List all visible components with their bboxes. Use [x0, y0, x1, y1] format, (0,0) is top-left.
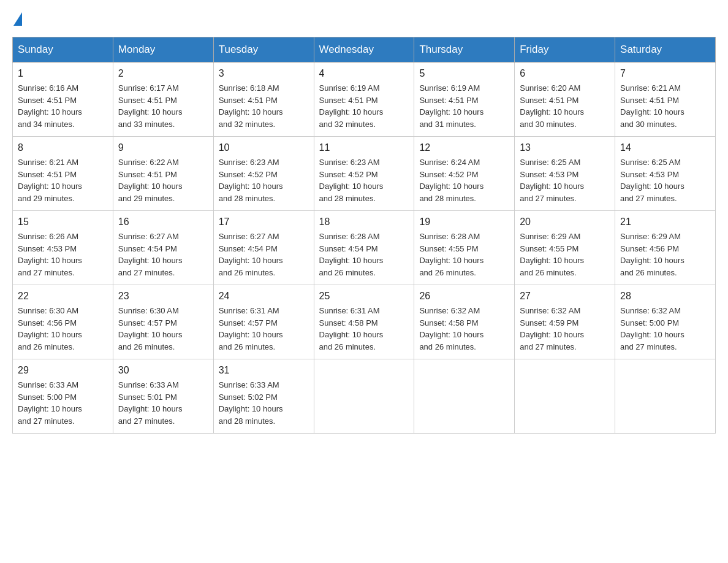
day-number: 9 — [118, 140, 208, 155]
calendar-cell: 21 Sunrise: 6:29 AM Sunset: 4:56 PM Dayl… — [615, 211, 716, 285]
calendar-cell: 16 Sunrise: 6:27 AM Sunset: 4:54 PM Dayl… — [113, 211, 213, 285]
day-number: 22 — [18, 289, 108, 304]
weekday-header-wednesday: Wednesday — [314, 37, 414, 63]
weekday-header-tuesday: Tuesday — [213, 37, 314, 63]
calendar-cell: 24 Sunrise: 6:31 AM Sunset: 4:57 PM Dayl… — [213, 285, 314, 359]
day-number: 25 — [319, 289, 409, 304]
day-number: 29 — [18, 363, 108, 378]
calendar-cell: 27 Sunrise: 6:32 AM Sunset: 4:59 PM Dayl… — [515, 285, 615, 359]
day-info: Sunrise: 6:28 AM Sunset: 4:54 PM Dayligh… — [319, 232, 384, 277]
day-number: 12 — [419, 140, 509, 155]
day-info: Sunrise: 6:32 AM Sunset: 4:58 PM Dayligh… — [419, 306, 483, 351]
calendar-cell — [414, 359, 515, 434]
day-number: 13 — [520, 140, 610, 155]
calendar-cell — [615, 359, 716, 434]
day-info: Sunrise: 6:32 AM Sunset: 5:00 PM Dayligh… — [620, 306, 684, 351]
calendar-cell: 5 Sunrise: 6:19 AM Sunset: 4:51 PM Dayli… — [414, 63, 515, 137]
page-header — [12, 12, 716, 25]
day-number: 5 — [419, 66, 509, 81]
day-info: Sunrise: 6:16 AM Sunset: 4:51 PM Dayligh… — [18, 83, 82, 129]
day-info: Sunrise: 6:25 AM Sunset: 4:53 PM Dayligh… — [520, 158, 584, 203]
day-number: 4 — [319, 66, 409, 81]
day-info: Sunrise: 6:23 AM Sunset: 4:52 PM Dayligh… — [319, 158, 384, 203]
day-number: 19 — [419, 215, 509, 229]
calendar-cell: 31 Sunrise: 6:33 AM Sunset: 5:02 PM Dayl… — [213, 359, 314, 434]
calendar-cell: 7 Sunrise: 6:21 AM Sunset: 4:51 PM Dayli… — [615, 63, 716, 137]
calendar-cell: 4 Sunrise: 6:19 AM Sunset: 4:51 PM Dayli… — [314, 63, 414, 137]
calendar-cell: 9 Sunrise: 6:22 AM Sunset: 4:51 PM Dayli… — [113, 137, 213, 211]
calendar-week-row: 1 Sunrise: 6:16 AM Sunset: 4:51 PM Dayli… — [13, 63, 716, 137]
day-number: 17 — [219, 215, 309, 229]
day-number: 18 — [319, 215, 409, 229]
calendar-table: SundayMondayTuesdayWednesdayThursdayFrid… — [12, 37, 716, 434]
day-info: Sunrise: 6:30 AM Sunset: 4:56 PM Dayligh… — [18, 306, 82, 351]
day-info: Sunrise: 6:31 AM Sunset: 4:58 PM Dayligh… — [319, 306, 384, 351]
calendar-cell: 8 Sunrise: 6:21 AM Sunset: 4:51 PM Dayli… — [13, 137, 113, 211]
calendar-cell: 26 Sunrise: 6:32 AM Sunset: 4:58 PM Dayl… — [414, 285, 515, 359]
weekday-header-friday: Friday — [515, 37, 615, 63]
day-info: Sunrise: 6:18 AM Sunset: 4:51 PM Dayligh… — [219, 83, 283, 129]
calendar-cell: 14 Sunrise: 6:25 AM Sunset: 4:53 PM Dayl… — [615, 137, 716, 211]
day-info: Sunrise: 6:21 AM Sunset: 4:51 PM Dayligh… — [620, 83, 684, 129]
day-info: Sunrise: 6:29 AM Sunset: 4:56 PM Dayligh… — [620, 232, 684, 277]
day-info: Sunrise: 6:30 AM Sunset: 4:57 PM Dayligh… — [118, 306, 183, 351]
day-info: Sunrise: 6:21 AM Sunset: 4:51 PM Dayligh… — [18, 158, 82, 203]
day-number: 30 — [118, 363, 208, 378]
calendar-cell: 25 Sunrise: 6:31 AM Sunset: 4:58 PM Dayl… — [314, 285, 414, 359]
day-number: 2 — [118, 66, 208, 81]
calendar-cell: 12 Sunrise: 6:24 AM Sunset: 4:52 PM Dayl… — [414, 137, 515, 211]
day-number: 1 — [18, 66, 108, 81]
day-info: Sunrise: 6:22 AM Sunset: 4:51 PM Dayligh… — [118, 158, 183, 203]
day-number: 6 — [520, 66, 610, 81]
day-info: Sunrise: 6:33 AM Sunset: 5:01 PM Dayligh… — [118, 380, 183, 426]
calendar-cell: 2 Sunrise: 6:17 AM Sunset: 4:51 PM Dayli… — [113, 63, 213, 137]
calendar-cell: 17 Sunrise: 6:27 AM Sunset: 4:54 PM Dayl… — [213, 211, 314, 285]
day-number: 16 — [118, 215, 208, 229]
weekday-header-sunday: Sunday — [13, 37, 113, 63]
day-number: 10 — [219, 140, 309, 155]
calendar-cell: 1 Sunrise: 6:16 AM Sunset: 4:51 PM Dayli… — [13, 63, 113, 137]
calendar-cell: 3 Sunrise: 6:18 AM Sunset: 4:51 PM Dayli… — [213, 63, 314, 137]
day-info: Sunrise: 6:31 AM Sunset: 4:57 PM Dayligh… — [219, 306, 283, 351]
calendar-week-row: 15 Sunrise: 6:26 AM Sunset: 4:53 PM Dayl… — [13, 211, 716, 285]
day-info: Sunrise: 6:20 AM Sunset: 4:51 PM Dayligh… — [520, 83, 584, 129]
day-number: 28 — [620, 289, 710, 304]
calendar-week-row: 8 Sunrise: 6:21 AM Sunset: 4:51 PM Dayli… — [13, 137, 716, 211]
logo-triangle-icon — [13, 12, 22, 26]
calendar-cell: 19 Sunrise: 6:28 AM Sunset: 4:55 PM Dayl… — [414, 211, 515, 285]
day-info: Sunrise: 6:24 AM Sunset: 4:52 PM Dayligh… — [419, 158, 483, 203]
weekday-header-monday: Monday — [113, 37, 213, 63]
calendar-cell: 30 Sunrise: 6:33 AM Sunset: 5:01 PM Dayl… — [113, 359, 213, 434]
calendar-week-row: 29 Sunrise: 6:33 AM Sunset: 5:00 PM Dayl… — [13, 359, 716, 434]
weekday-header-thursday: Thursday — [414, 37, 515, 63]
calendar-cell — [314, 359, 414, 434]
day-info: Sunrise: 6:19 AM Sunset: 4:51 PM Dayligh… — [419, 83, 483, 129]
calendar-header-row: SundayMondayTuesdayWednesdayThursdayFrid… — [13, 37, 716, 63]
day-number: 20 — [520, 215, 610, 229]
day-number: 24 — [219, 289, 309, 304]
calendar-cell: 11 Sunrise: 6:23 AM Sunset: 4:52 PM Dayl… — [314, 137, 414, 211]
day-info: Sunrise: 6:27 AM Sunset: 4:54 PM Dayligh… — [118, 232, 183, 277]
day-number: 27 — [520, 289, 610, 304]
day-number: 7 — [620, 66, 710, 81]
day-number: 23 — [118, 289, 208, 304]
calendar-cell: 23 Sunrise: 6:30 AM Sunset: 4:57 PM Dayl… — [113, 285, 213, 359]
day-info: Sunrise: 6:27 AM Sunset: 4:54 PM Dayligh… — [219, 232, 283, 277]
day-info: Sunrise: 6:28 AM Sunset: 4:55 PM Dayligh… — [419, 232, 483, 277]
calendar-cell: 13 Sunrise: 6:25 AM Sunset: 4:53 PM Dayl… — [515, 137, 615, 211]
day-number: 14 — [620, 140, 710, 155]
calendar-cell: 6 Sunrise: 6:20 AM Sunset: 4:51 PM Dayli… — [515, 63, 615, 137]
day-info: Sunrise: 6:26 AM Sunset: 4:53 PM Dayligh… — [18, 232, 82, 277]
calendar-cell: 29 Sunrise: 6:33 AM Sunset: 5:00 PM Dayl… — [13, 359, 113, 434]
calendar-cell: 18 Sunrise: 6:28 AM Sunset: 4:54 PM Dayl… — [314, 211, 414, 285]
day-number: 8 — [18, 140, 108, 155]
calendar-cell — [515, 359, 615, 434]
day-number: 26 — [419, 289, 509, 304]
calendar-week-row: 22 Sunrise: 6:30 AM Sunset: 4:56 PM Dayl… — [13, 285, 716, 359]
weekday-header-saturday: Saturday — [615, 37, 716, 63]
day-info: Sunrise: 6:25 AM Sunset: 4:53 PM Dayligh… — [620, 158, 684, 203]
day-info: Sunrise: 6:33 AM Sunset: 5:02 PM Dayligh… — [219, 380, 283, 426]
day-info: Sunrise: 6:19 AM Sunset: 4:51 PM Dayligh… — [319, 83, 384, 129]
day-number: 15 — [18, 215, 108, 229]
day-info: Sunrise: 6:23 AM Sunset: 4:52 PM Dayligh… — [219, 158, 283, 203]
